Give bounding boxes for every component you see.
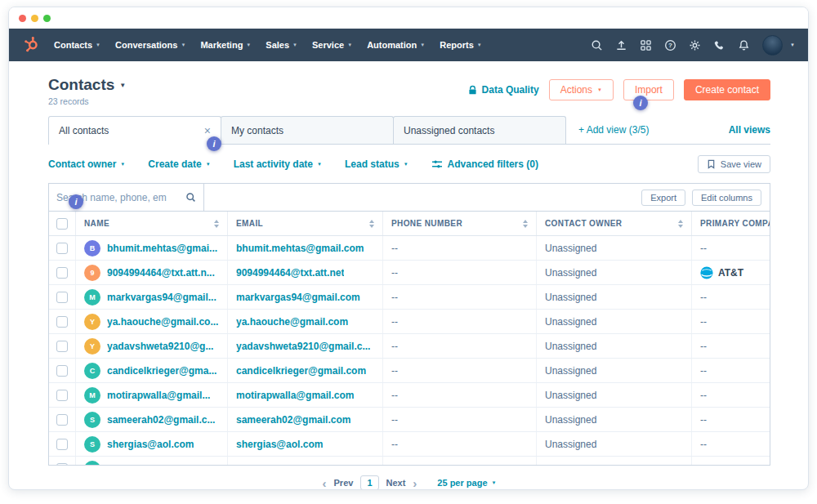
data-quality-link[interactable]: Data Quality [467, 84, 539, 96]
contact-name-link[interactable]: shergias@aol.com [107, 439, 194, 450]
contact-email-link[interactable]: ya.haouche@gmail.com [236, 316, 348, 328]
contact-email-link[interactable]: markvargas94@gmail.com [236, 292, 360, 303]
filter-dropdown[interactable]: Lead status▼ [345, 158, 408, 170]
table-row[interactable]: Yyadavshweta9210@g...yadavshweta9210@gma… [49, 334, 770, 359]
sort-icon[interactable] [673, 220, 683, 228]
column-header[interactable]: EMAIL [227, 212, 382, 235]
create-contact-button[interactable]: Create contact [684, 79, 770, 100]
per-page-dropdown[interactable]: 25 per page ▼ [437, 478, 496, 488]
table-row[interactable]: 99094994464@txt.att.n...9094994464@txt.a… [49, 261, 770, 285]
row-checkbox[interactable] [56, 316, 68, 328]
sort-icon[interactable] [209, 220, 219, 228]
table-row[interactable]: Mmotirapwalla@gmail...motirapwalla@gmail… [49, 383, 770, 408]
coachmark-create-date[interactable]: i [207, 136, 221, 151]
row-checkbox[interactable] [56, 341, 68, 352]
contact-email-link[interactable]: sameerah02@gmail.com [236, 414, 350, 426]
nav-item-contacts[interactable]: Contacts▼ [47, 40, 108, 50]
zoom-button[interactable] [43, 15, 51, 22]
nav-item-sales[interactable]: Sales▼ [258, 40, 305, 50]
contact-email-link[interactable]: 9094994464@txt.att.net [236, 267, 344, 279]
coachmark-search[interactable]: i [69, 194, 83, 209]
table-row[interactable] [49, 457, 770, 466]
view-tab[interactable]: My contacts [221, 116, 394, 144]
marketplace-icon[interactable] [640, 39, 652, 51]
column-header[interactable]: PRIMARY COMPANY [691, 212, 770, 235]
table-row[interactable]: Mmarkvargas94@gmail...markvargas94@gmail… [49, 285, 770, 310]
notifications-icon[interactable] [738, 39, 750, 51]
row-checkbox[interactable] [56, 243, 68, 254]
contact-email-link[interactable]: candicelkrieger@gmail.com [236, 365, 366, 377]
row-checkbox[interactable] [56, 414, 68, 426]
company-value[interactable]: AT&T [718, 267, 743, 279]
contact-name-link[interactable]: markvargas94@gmail... [107, 292, 217, 303]
row-checkbox[interactable] [56, 463, 68, 466]
row-checkbox[interactable] [56, 365, 68, 377]
nav-item-marketing[interactable]: Marketing▼ [193, 40, 258, 50]
view-tab[interactable]: Unassigned contacts [393, 116, 566, 144]
contact-name-link[interactable]: yadavshweta9210@g... [107, 341, 213, 352]
contact-name-link[interactable]: ya.haouche@gmail.co... [107, 316, 218, 328]
select-all-checkbox[interactable] [56, 218, 68, 230]
table-row[interactable]: Ccandicelkrieger@gma...candicelkrieger@g… [49, 359, 770, 383]
nav-item-conversations[interactable]: Conversations▼ [108, 40, 193, 50]
prev-button[interactable]: Prev [334, 478, 354, 488]
sort-icon[interactable] [518, 220, 528, 228]
chevron-left-icon[interactable]: ‹ [323, 477, 327, 489]
export-button[interactable]: Export [641, 190, 685, 206]
nav-item-reports[interactable]: Reports▼ [432, 40, 489, 50]
column-header[interactable]: CONTACT OWNER [536, 212, 691, 235]
avatar[interactable] [762, 35, 783, 56]
chevron-right-icon[interactable]: › [413, 477, 417, 489]
import-button[interactable]: Import [623, 79, 674, 100]
nav-menu: Contacts▼Conversations▼Marketing▼Sales▼S… [47, 40, 489, 50]
row-checkbox[interactable] [56, 292, 68, 303]
actions-button[interactable]: Actions ▼ [549, 79, 614, 100]
filter-dropdown[interactable]: Create date▼ [148, 158, 210, 170]
coachmark-import[interactable]: i [633, 96, 648, 110]
column-header[interactable]: NAME [75, 212, 227, 235]
settings-icon[interactable] [689, 39, 701, 51]
save-view-button[interactable]: Save view [698, 155, 770, 173]
next-button[interactable]: Next [386, 478, 406, 488]
advanced-filters-button[interactable]: Advanced filters (0) [431, 158, 538, 170]
add-view-button[interactable]: + Add view (3/5) [578, 124, 649, 136]
current-page-button[interactable]: 1 [360, 475, 378, 490]
row-checkbox[interactable] [56, 390, 68, 401]
contact-email-link[interactable]: bhumit.mehtas@gmail.com [236, 243, 364, 254]
page-title[interactable]: Contacts ▼ [48, 76, 126, 94]
table-row[interactable]: Bbhumit.mehtas@gmai...bhumit.mehtas@gmai… [49, 236, 770, 261]
table-row[interactable]: Ssameerah02@gmail.c...sameerah02@gmail.c… [49, 408, 770, 432]
filter-dropdown[interactable]: Last activity date▼ [234, 158, 322, 170]
contact-email-link[interactable]: yadavshweta9210@gmail.c... [236, 341, 370, 352]
close-icon[interactable]: × [204, 125, 211, 136]
close-button[interactable] [19, 15, 26, 22]
search-icon[interactable] [591, 39, 603, 51]
hubspot-logo-icon[interactable] [22, 36, 40, 54]
phone-icon[interactable] [713, 39, 725, 51]
contact-name-link[interactable]: motirapwalla@gmail... [107, 390, 210, 401]
nav-item-automation[interactable]: Automation▼ [359, 40, 432, 50]
edit-columns-button[interactable]: Edit columns [692, 190, 761, 206]
contact-email-link[interactable]: shergias@aol.com [236, 439, 323, 450]
all-views-link[interactable]: All views [729, 124, 770, 136]
row-checkbox[interactable] [56, 267, 68, 279]
view-tab[interactable]: All contacts× [48, 116, 221, 145]
nav-item-service[interactable]: Service▼ [305, 40, 359, 50]
nav-right: ? ▼ [591, 35, 795, 56]
table-row[interactable]: Sshergias@aol.comshergias@aol.com--Unass… [49, 432, 770, 457]
table-row[interactable]: Yya.haouche@gmail.co...ya.haouche@gmail.… [49, 310, 770, 334]
help-icon[interactable]: ? [664, 39, 676, 51]
email-cell [227, 457, 382, 466]
contact-email-link[interactable]: motirapwalla@gmail.com [236, 390, 354, 401]
contact-name-link[interactable]: candicelkrieger@gma... [107, 365, 217, 377]
sort-icon[interactable] [364, 220, 374, 228]
contact-name-link[interactable]: bhumit.mehtas@gmai... [107, 243, 217, 254]
filter-dropdown[interactable]: Contact owner▼ [48, 158, 125, 170]
column-header[interactable]: PHONE NUMBER [382, 212, 536, 235]
chevron-down-icon[interactable]: ▼ [790, 42, 795, 47]
upload-icon[interactable] [615, 39, 627, 51]
contact-name-link[interactable]: 9094994464@txt.att.n... [107, 267, 215, 279]
contact-name-link[interactable]: sameerah02@gmail.c... [107, 414, 215, 426]
row-checkbox[interactable] [56, 439, 68, 450]
minimize-button[interactable] [31, 15, 38, 22]
